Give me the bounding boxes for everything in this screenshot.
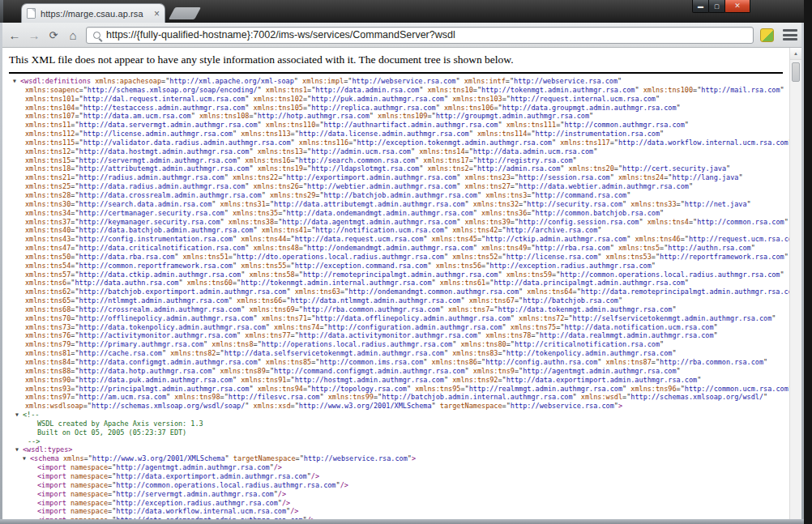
collapse-arrow-icon[interactable]: ▼ [15, 411, 23, 420]
xml-tree: ▼<wsdl:definitions xmlns:apachesoap="htt… [2, 77, 789, 519]
collapse-arrow-icon[interactable]: ▼ [15, 445, 23, 454]
home-button[interactable]: ⌂ [63, 25, 83, 45]
xml-line: --> [2, 437, 789, 446]
close-button[interactable]: ✕ [724, 0, 750, 13]
xml-line: xmlns:tns50="http://data.rba.rsa.com" xm… [2, 253, 789, 262]
maximize-button[interactable]: ▢ [708, 0, 725, 13]
browser-toolbar: ← → ⟳ ⌂ https://{fully-qualified-hostnam… [0, 23, 804, 48]
xml-line: xmlns:soapenc="http://schemas.xmlsoap.or… [2, 86, 789, 95]
browser-window: https://marge.csau.ap.rsa × ▬ ▢ ✕ ← → ⟳ … [0, 0, 804, 524]
xml-line: xmlns:tns57="http://data.ctkip.admin.aut… [2, 271, 789, 279]
xml-line: xmlns:tns40="http://data.batchjob.admin.… [2, 226, 789, 235]
xml-line: xmlns:tns30="http://search.data.admin.rs… [2, 200, 789, 209]
window-frame-right [801, 23, 804, 524]
window-frame-bottom [0, 519, 804, 524]
xml-line: xmlns:tns37="http://keymanager.security.… [2, 218, 789, 227]
forward-button[interactable]: → [24, 25, 44, 45]
xml-line: ▼<wsdl:definitions xmlns:apachesoap="htt… [2, 77, 789, 86]
xml-line: xmlns:tns88="http://data.hotp.authmgr.rs… [2, 367, 789, 376]
xml-line: ▼<!-- [2, 411, 789, 420]
xml-line: xmlns:tns28="http://data.crossrealm.admi… [2, 191, 789, 200]
xml-line: xmlns:tns62="http://batchjob.exportimpor… [2, 288, 789, 296]
xml-line: xmlns:tns12="http://data.hostmgt.admin.a… [2, 147, 789, 156]
xml-line: xmlns:tns54="http://common.reportframewo… [2, 262, 789, 271]
xml-line: xmlns:tns34="http://certmanager.security… [2, 209, 789, 218]
xml-line: xmlns:tns104="http://testaccess.admin.au… [2, 104, 789, 113]
xml-line: xmlns:tns21="http://radius.admin.authmgr… [2, 173, 789, 182]
collapse-arrow-icon[interactable]: ▼ [23, 454, 30, 463]
xml-line: xmlns:tns47="http://data.criticalnotific… [2, 244, 789, 253]
xml-line: xmlns:tns65="http://ntlmmgt.admin.authmg… [2, 296, 789, 305]
xml-line: <import namespace="http://agentmgt.admin… [2, 463, 789, 472]
page-content: This XML file does not appear to have an… [2, 48, 789, 519]
xml-line: ▼<wsdl:types> [2, 445, 789, 454]
xml-line: xmlns:tns43="http://config.instrumentati… [2, 235, 789, 244]
new-tab-button[interactable] [169, 7, 201, 19]
xml-line: xmlns:tns101="http://dal.request.interna… [2, 95, 789, 104]
xml-line: xmlns:tns97="http://am.ucm.rsa.com" xmln… [2, 393, 789, 402]
xml-line: xmlns:tns6="http://data.authn.rsa.com" x… [2, 279, 789, 288]
xml-line: xmlns:tns93="http://principalmgt.admin.a… [2, 385, 789, 394]
menu-button[interactable] [781, 28, 799, 42]
xml-line: xmlns:tns79="http://primary.authmgr.rsa.… [2, 340, 789, 349]
page-favicon-icon [27, 8, 36, 19]
page-action-icon[interactable] [760, 28, 774, 42]
xml-line: <import namespace="http://data.exportimp… [2, 472, 789, 481]
scrollbar-thumb[interactable] [792, 62, 800, 82]
minimize-button[interactable]: ▬ [692, 0, 709, 13]
tab-title: https://marge.csau.ap.rsa [41, 9, 151, 19]
search-icon [93, 32, 100, 39]
xml-line: Built on Oct 05, 2005 (05:23:37 EDT) [2, 428, 789, 437]
xml-line: xmlns:tns90="http://data.puk.admin.authm… [2, 376, 789, 385]
reload-button[interactable]: ⟳ [44, 25, 63, 45]
xml-line: xmlns:wsdlsoap="http://schemas.xmlsoap.o… [2, 402, 789, 411]
xml-line: <import namespace="http://servermgt.admi… [2, 490, 789, 499]
vertical-scrollbar[interactable]: ▲ [789, 48, 801, 519]
xml-line: xmlns:tns112="http://license.admin.authm… [2, 130, 789, 138]
xml-line: xmlns:tns76="http://activitymonitor.auth… [2, 331, 789, 340]
window-titlebar[interactable]: https://marge.csau.ap.rsa × ▬ ▢ ✕ [0, 0, 804, 23]
xml-line: xmlns:tns25="http://data.radius.admin.au… [2, 182, 789, 191]
url-text[interactable]: https://{fully-qualified-hostname}:7002/… [106, 29, 455, 40]
xml-line: xmlns:tns84="http://data.configmgt.admin… [2, 358, 789, 367]
xml-line: xmlns:tns115="http://validator.data.radi… [2, 138, 789, 147]
xml-line: xmlns:tns73="http://data.tokenpolicy.adm… [2, 323, 789, 332]
xml-line: xmlns:tns68="http://crossrealm.admin.aut… [2, 305, 789, 314]
collapse-arrow-icon[interactable]: ▼ [13, 77, 20, 86]
window-frame-left [0, 23, 2, 524]
xml-line: xmlns:tns11="http://data.servermgt.admin… [2, 121, 789, 130]
xml-line: <import namespace="http://exception.radi… [2, 499, 789, 508]
xml-line: xmlns:tns18="http://attributemgt.admin.a… [2, 164, 789, 173]
xml-line: <import namespace="http://data.workflow.… [2, 507, 789, 516]
back-button[interactable]: ← [5, 25, 24, 45]
xml-line: xmlns:tns81="http://cache.rsa.com" xmlns… [2, 349, 789, 358]
browser-tab[interactable]: https://marge.csau.ap.rsa × [21, 3, 165, 23]
xml-line: xmlns:tns107="http://data.am.ucm.rsa.com… [2, 112, 789, 121]
xml-line: ▼<schema xmlns="http://www.w3.org/2001/X… [2, 454, 789, 463]
xml-line: xmlns:tns15="http://servermgt.admin.auth… [2, 156, 789, 165]
window-controls: ▬ ▢ ✕ [693, 0, 750, 13]
divider [9, 72, 783, 74]
address-bar[interactable]: https://{fully-qualified-hostname}:7002/… [86, 27, 754, 44]
xml-line: <import namespace="http://common.operati… [2, 481, 789, 490]
xml-line: xmlns:tns70="http://offlinepolicy.admin.… [2, 314, 789, 323]
xml-line: WSDL created by Apache Axis version: 1.3 [2, 420, 789, 428]
xml-style-notice: This XML file does not appear to have an… [2, 48, 789, 66]
scroll-up-icon[interactable]: ▲ [790, 48, 801, 60]
tab-close-icon[interactable]: × [154, 9, 160, 19]
